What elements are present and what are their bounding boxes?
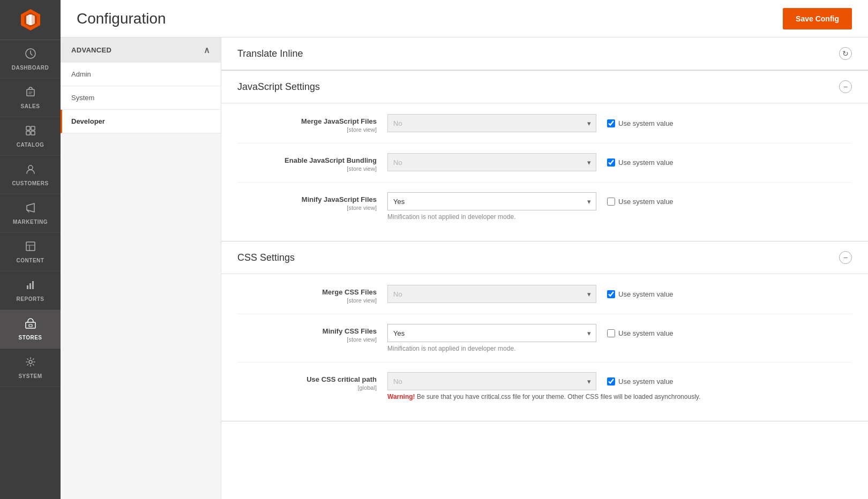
use-system-value-minify-css[interactable]: Use system value (607, 329, 674, 337)
svg-rect-16 (26, 322, 35, 328)
select-wrap-minify-css: No Yes (387, 324, 596, 342)
section-css-settings: CSS Settings − Merge CSS Files [store vi… (221, 241, 868, 421)
sidebar-item-label: CUSTOMERS (12, 180, 48, 186)
stores-icon (25, 317, 36, 332)
sidebar-item-system[interactable]: SYSTEM (0, 349, 61, 387)
checkbox-use-system-minify-js[interactable] (607, 198, 615, 206)
sidebar-item-content[interactable]: CONTENT (0, 233, 61, 271)
control-merge-js: No Yes Use system value (387, 114, 852, 132)
sidebar: DASHBOARD SALES CATALOG (0, 0, 61, 499)
select-enable-js-bundling[interactable]: No Yes (387, 153, 596, 171)
checkbox-use-system-merge-css[interactable] (607, 290, 615, 298)
section-body-css: Merge CSS Files [store view] No Yes (221, 274, 868, 421)
scope-merge-css: [store view] (347, 297, 377, 304)
svg-rect-17 (29, 324, 32, 327)
control-merge-css: No Yes Use system value (387, 285, 852, 303)
page-title: Configuration (77, 10, 166, 27)
marketing-icon (25, 202, 36, 216)
sidebar-item-label: SALES (21, 103, 40, 109)
svg-rect-13 (27, 285, 28, 289)
svg-marker-3 (26, 14, 29, 25)
scope-minify-css: [store view] (347, 336, 377, 343)
sidebar-item-reports[interactable]: REPORTS (0, 271, 61, 310)
warning-label: Warning! (387, 393, 415, 400)
control-minify-js: No Yes Use system value Mi (387, 192, 852, 221)
circle-minus-css-icon: − (843, 253, 848, 262)
logo (0, 0, 61, 40)
panel-section-label: ADVANCED (71, 46, 111, 54)
label-minify-js: Minify JavaScript Files (237, 195, 377, 203)
system-icon (25, 356, 36, 371)
config-row-merge-css: Merge CSS Files [store view] No Yes (237, 285, 852, 314)
section-body-javascript: Merge JavaScript Files [store view] No Y… (221, 103, 868, 241)
section-header-translate-inline[interactable]: Translate Inline ↻ (221, 37, 868, 70)
select-minify-js[interactable]: No Yes (387, 192, 596, 210)
checkbox-use-system-css-critical-path[interactable] (607, 377, 615, 385)
checkbox-use-system-enable-js-bundling[interactable] (607, 158, 615, 167)
checkbox-use-system-merge-js[interactable] (607, 119, 615, 127)
label-merge-js: Merge JavaScript Files (237, 117, 377, 125)
save-config-button[interactable]: Save Config (783, 8, 852, 29)
select-wrap-merge-css: No Yes (387, 285, 596, 303)
config-content: Translate Inline ↻ JavaScript Settings − (221, 37, 868, 499)
panel-menu-item-admin[interactable]: Admin (61, 63, 221, 86)
use-system-value-minify-js[interactable]: Use system value (607, 198, 674, 206)
sidebar-item-label: CATALOG (17, 142, 44, 148)
sidebar-item-dashboard[interactable]: DASHBOARD (0, 40, 61, 79)
section-header-javascript[interactable]: JavaScript Settings − (221, 71, 868, 103)
sidebar-item-stores[interactable]: STORES (0, 310, 61, 349)
label-minify-css: Minify CSS Files (237, 327, 377, 335)
select-css-critical-path[interactable]: No Yes (387, 372, 596, 390)
svg-rect-10 (31, 131, 35, 135)
sidebar-item-customers[interactable]: CUSTOMERS (0, 156, 61, 194)
select-minify-css[interactable]: No Yes (387, 324, 596, 342)
section-header-css[interactable]: CSS Settings − (221, 241, 868, 274)
catalog-icon (25, 125, 36, 139)
svg-point-11 (28, 165, 33, 170)
chevron-up-icon: ∧ (204, 45, 210, 55)
use-system-value-enable-js-bundling[interactable]: Use system value (607, 158, 674, 167)
config-row-minify-css: Minify CSS Files [store view] No Yes (237, 324, 852, 362)
panel-section-header-advanced[interactable]: ADVANCED ∧ (61, 37, 221, 63)
sidebar-item-label: STORES (19, 335, 42, 341)
section-translate-inline: Translate Inline ↻ (221, 37, 868, 71)
select-wrap-enable-js-bundling: No Yes (387, 153, 596, 171)
control-css-critical-path: No Yes Use system value (387, 372, 852, 400)
use-system-value-merge-css[interactable]: Use system value (607, 290, 674, 298)
sales-icon (25, 86, 36, 101)
svg-point-18 (29, 360, 32, 364)
main-area: Configuration Save Config ADVANCED ∧ Adm… (61, 0, 868, 499)
select-wrap-css-critical-path: No Yes (387, 372, 596, 390)
section-toggle-translate-inline[interactable]: ↻ (839, 47, 852, 60)
select-merge-css[interactable]: No Yes (387, 285, 596, 303)
label-css-critical-path: Use CSS critical path (237, 375, 377, 383)
header: Configuration Save Config (61, 0, 868, 37)
use-system-value-css-critical-path[interactable]: Use system value (607, 377, 674, 385)
section-toggle-css[interactable]: − (839, 251, 852, 264)
svg-rect-12 (26, 242, 35, 251)
section-title: Translate Inline (237, 48, 303, 59)
sidebar-item-catalog[interactable]: CATALOG (0, 117, 61, 156)
hint-minify-css: Minification is not applied in developer… (387, 345, 852, 352)
select-merge-js[interactable]: No Yes (387, 114, 596, 132)
svg-rect-7 (26, 126, 30, 130)
section-javascript-settings: JavaScript Settings − Merge JavaScript F… (221, 71, 868, 241)
config-row-css-critical-path: Use CSS critical path [global] No Yes (237, 372, 852, 410)
sidebar-item-sales[interactable]: SALES (0, 79, 61, 117)
left-panel: ADVANCED ∧ Admin System Developer (61, 37, 221, 499)
svg-rect-9 (26, 131, 30, 135)
customers-icon (25, 163, 36, 178)
circle-arrow-icon: ↻ (842, 49, 849, 58)
svg-rect-14 (29, 283, 31, 289)
svg-rect-2 (29, 14, 32, 25)
section-toggle-javascript[interactable]: − (839, 80, 852, 93)
use-system-value-merge-js[interactable]: Use system value (607, 119, 674, 127)
scope-minify-js: [store view] (347, 205, 377, 211)
checkbox-use-system-minify-css[interactable] (607, 329, 615, 337)
warning-css-critical-path: Warning! Be sure that you have critical.… (387, 393, 852, 400)
panel-menu-item-system[interactable]: System (61, 86, 221, 110)
sidebar-item-marketing[interactable]: MARKETING (0, 194, 61, 233)
control-minify-css: No Yes Use system value Mi (387, 324, 852, 352)
panel-menu-item-developer[interactable]: Developer (61, 110, 221, 133)
circle-minus-icon: − (843, 82, 848, 91)
